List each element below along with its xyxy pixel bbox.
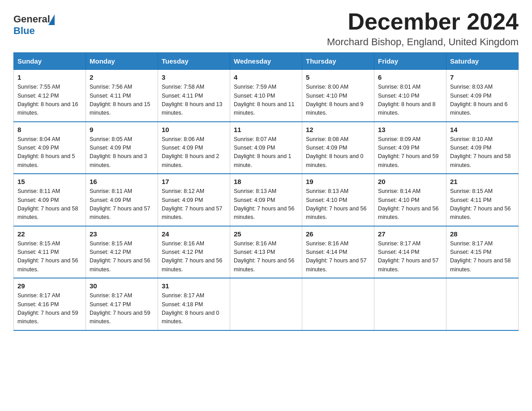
day-number: 3 [162, 73, 226, 81]
day-info: Sunrise: 8:16 AM Sunset: 4:14 PM Dayligh… [306, 240, 370, 274]
day-number: 21 [450, 178, 515, 185]
header-saturday: Saturday [446, 53, 519, 70]
day-number: 28 [450, 230, 515, 238]
day-info: Sunrise: 8:04 AM Sunset: 4:09 PM Dayligh… [17, 135, 82, 170]
day-info: Sunrise: 8:05 AM Sunset: 4:09 PM Dayligh… [90, 135, 154, 170]
day-info: Sunrise: 8:15 AM Sunset: 4:12 PM Dayligh… [90, 240, 154, 274]
calendar-week-row: 1 Sunrise: 7:55 AM Sunset: 4:12 PM Dayli… [14, 70, 519, 122]
calendar-cell: 13 Sunrise: 8:09 AM Sunset: 4:09 PM Dayl… [374, 122, 446, 174]
day-info: Sunrise: 8:07 AM Sunset: 4:09 PM Dayligh… [234, 135, 298, 170]
day-info: Sunrise: 8:17 AM Sunset: 4:14 PM Dayligh… [378, 240, 442, 274]
day-info: Sunrise: 8:14 AM Sunset: 4:10 PM Dayligh… [378, 187, 442, 222]
day-info: Sunrise: 8:00 AM Sunset: 4:10 PM Dayligh… [306, 83, 370, 118]
day-info: Sunrise: 8:03 AM Sunset: 4:09 PM Dayligh… [450, 83, 515, 118]
day-info: Sunrise: 8:15 AM Sunset: 4:11 PM Dayligh… [450, 187, 515, 222]
day-number: 12 [306, 126, 370, 133]
calendar-cell: 9 Sunrise: 8:05 AM Sunset: 4:09 PM Dayli… [86, 122, 158, 174]
day-info: Sunrise: 8:17 AM Sunset: 4:16 PM Dayligh… [17, 291, 82, 326]
calendar-week-row: 15 Sunrise: 8:11 AM Sunset: 4:09 PM Dayl… [14, 174, 519, 226]
day-number: 30 [90, 282, 154, 290]
logo: General Blue [13, 13, 55, 37]
calendar-cell: 18 Sunrise: 8:13 AM Sunset: 4:09 PM Dayl… [230, 174, 302, 226]
day-number: 16 [90, 178, 154, 185]
day-info: Sunrise: 8:09 AM Sunset: 4:09 PM Dayligh… [378, 135, 442, 170]
day-number: 15 [17, 178, 82, 185]
day-number: 1 [17, 73, 82, 81]
day-info: Sunrise: 8:06 AM Sunset: 4:09 PM Dayligh… [162, 135, 226, 170]
day-number: 2 [90, 73, 154, 81]
day-number: 9 [90, 126, 154, 133]
day-number: 13 [378, 126, 442, 133]
calendar-cell: 29 Sunrise: 8:17 AM Sunset: 4:16 PM Dayl… [14, 278, 86, 330]
day-info: Sunrise: 8:15 AM Sunset: 4:11 PM Dayligh… [17, 240, 82, 274]
logo-triangle-icon [48, 14, 55, 25]
logo-general: General [13, 13, 50, 25]
calendar-cell: 26 Sunrise: 8:16 AM Sunset: 4:14 PM Dayl… [302, 226, 374, 278]
calendar-cell: 20 Sunrise: 8:14 AM Sunset: 4:10 PM Dayl… [374, 174, 446, 226]
calendar-cell: 2 Sunrise: 7:56 AM Sunset: 4:11 PM Dayli… [86, 70, 158, 122]
calendar-cell: 19 Sunrise: 8:13 AM Sunset: 4:10 PM Dayl… [302, 174, 374, 226]
day-info: Sunrise: 8:08 AM Sunset: 4:09 PM Dayligh… [306, 135, 370, 170]
day-number: 5 [306, 73, 370, 81]
day-info: Sunrise: 8:11 AM Sunset: 4:09 PM Dayligh… [90, 187, 154, 222]
day-number: 27 [378, 230, 442, 238]
day-info: Sunrise: 8:17 AM Sunset: 4:17 PM Dayligh… [90, 291, 154, 326]
calendar-week-row: 29 Sunrise: 8:17 AM Sunset: 4:16 PM Dayl… [14, 278, 519, 330]
calendar-title: December 2024 [327, 9, 519, 34]
calendar-cell [374, 278, 446, 330]
calendar-subtitle: Morchard Bishop, England, United Kingdom [327, 36, 519, 48]
day-number: 31 [162, 282, 226, 290]
day-info: Sunrise: 8:16 AM Sunset: 4:12 PM Dayligh… [162, 240, 226, 274]
header-tuesday: Tuesday [158, 53, 230, 70]
calendar-cell: 28 Sunrise: 8:17 AM Sunset: 4:15 PM Dayl… [446, 226, 519, 278]
calendar-header-row: SundayMondayTuesdayWednesdayThursdayFrid… [14, 53, 519, 70]
day-info: Sunrise: 8:11 AM Sunset: 4:09 PM Dayligh… [17, 187, 82, 222]
day-info: Sunrise: 8:13 AM Sunset: 4:09 PM Dayligh… [234, 187, 298, 222]
calendar-cell: 31 Sunrise: 8:17 AM Sunset: 4:18 PM Dayl… [158, 278, 230, 330]
calendar-cell: 22 Sunrise: 8:15 AM Sunset: 4:11 PM Dayl… [14, 226, 86, 278]
day-info: Sunrise: 8:13 AM Sunset: 4:10 PM Dayligh… [306, 187, 370, 222]
day-info: Sunrise: 8:12 AM Sunset: 4:09 PM Dayligh… [162, 187, 226, 222]
day-number: 7 [450, 73, 515, 81]
day-number: 25 [234, 230, 298, 238]
day-number: 23 [90, 230, 154, 238]
calendar-cell: 14 Sunrise: 8:10 AM Sunset: 4:09 PM Dayl… [446, 122, 519, 174]
day-number: 17 [162, 178, 226, 185]
day-info: Sunrise: 8:16 AM Sunset: 4:13 PM Dayligh… [234, 240, 298, 274]
day-info: Sunrise: 8:10 AM Sunset: 4:09 PM Dayligh… [450, 135, 515, 170]
calendar-cell: 11 Sunrise: 8:07 AM Sunset: 4:09 PM Dayl… [230, 122, 302, 174]
calendar-cell: 8 Sunrise: 8:04 AM Sunset: 4:09 PM Dayli… [14, 122, 86, 174]
day-info: Sunrise: 7:58 AM Sunset: 4:11 PM Dayligh… [162, 83, 226, 118]
day-number: 18 [234, 178, 298, 185]
day-info: Sunrise: 8:01 AM Sunset: 4:10 PM Dayligh… [378, 83, 442, 118]
day-info: Sunrise: 7:55 AM Sunset: 4:12 PM Dayligh… [17, 83, 82, 118]
header-sunday: Sunday [14, 53, 86, 70]
day-number: 8 [17, 126, 82, 133]
header-wednesday: Wednesday [230, 53, 302, 70]
calendar-cell: 4 Sunrise: 7:59 AM Sunset: 4:10 PM Dayli… [230, 70, 302, 122]
day-number: 11 [234, 126, 298, 133]
day-number: 4 [234, 73, 298, 81]
day-info: Sunrise: 8:17 AM Sunset: 4:18 PM Dayligh… [162, 291, 226, 326]
header-thursday: Thursday [302, 53, 374, 70]
calendar-cell: 16 Sunrise: 8:11 AM Sunset: 4:09 PM Dayl… [86, 174, 158, 226]
calendar-cell [446, 278, 519, 330]
day-number: 29 [17, 282, 82, 290]
day-number: 24 [162, 230, 226, 238]
calendar-cell: 6 Sunrise: 8:01 AM Sunset: 4:10 PM Dayli… [374, 70, 446, 122]
day-number: 10 [162, 126, 226, 133]
day-number: 6 [378, 73, 442, 81]
calendar-cell [230, 278, 302, 330]
calendar-week-row: 22 Sunrise: 8:15 AM Sunset: 4:11 PM Dayl… [14, 226, 519, 278]
calendar-cell [302, 278, 374, 330]
calendar-cell: 30 Sunrise: 8:17 AM Sunset: 4:17 PM Dayl… [86, 278, 158, 330]
title-section: December 2024 Morchard Bishop, England, … [327, 9, 519, 48]
calendar-cell: 25 Sunrise: 8:16 AM Sunset: 4:13 PM Dayl… [230, 226, 302, 278]
header: General Blue December 2024 Morchard Bish… [13, 9, 519, 48]
calendar-cell: 7 Sunrise: 8:03 AM Sunset: 4:09 PM Dayli… [446, 70, 519, 122]
day-info: Sunrise: 7:56 AM Sunset: 4:11 PM Dayligh… [90, 83, 154, 118]
header-friday: Friday [374, 53, 446, 70]
calendar-cell: 27 Sunrise: 8:17 AM Sunset: 4:14 PM Dayl… [374, 226, 446, 278]
day-number: 26 [306, 230, 370, 238]
day-number: 20 [378, 178, 442, 185]
